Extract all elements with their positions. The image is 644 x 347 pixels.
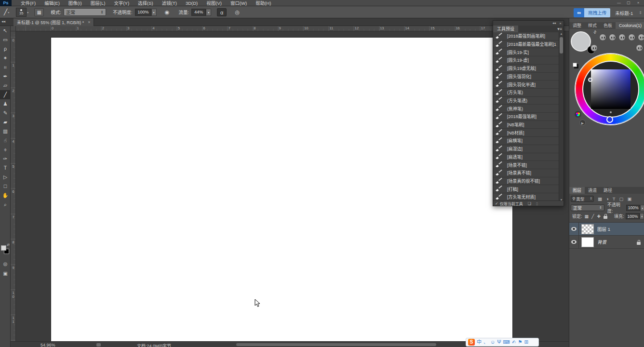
layer-row[interactable]: 背景: [569, 236, 644, 249]
opacity-dropdown-button[interactable]: ▾: [151, 9, 157, 16]
harmony-knob[interactable]: [636, 44, 643, 52]
menu-item[interactable]: 滤镜(T): [158, 0, 181, 6]
preset-item[interactable]: [场景真的很不错]: [493, 177, 560, 186]
toolbox-collapse-icon[interactable]: ◂◂: [1, 19, 5, 24]
eraser-tool[interactable]: ▰: [0, 118, 11, 127]
sogou-logo[interactable]: S: [468, 339, 475, 346]
delete-preset-icon[interactable]: ▯: [536, 201, 538, 206]
harmony-knob[interactable]: [628, 34, 635, 41]
lock-all-icon[interactable]: [604, 216, 607, 219]
zoom-level-value[interactable]: 54.96%: [40, 343, 55, 347]
airbrush-toggle-icon[interactable]: α: [217, 8, 227, 16]
window-control-button[interactable]: —: [614, 0, 624, 5]
preset-item[interactable]: [扁横笔]: [493, 137, 560, 145]
menu-item[interactable]: 编辑(E): [40, 0, 64, 6]
blend-mode-select[interactable]: 正常 ⇕: [64, 8, 106, 16]
chinese-mode-icon[interactable]: 中: [477, 338, 482, 346]
move-tool[interactable]: ↖: [0, 26, 11, 35]
hand-tool[interactable]: ✋: [0, 191, 11, 200]
marquee-tool[interactable]: ▭: [0, 35, 11, 44]
preset-item[interactable]: [圆头19-虚]: [493, 56, 560, 65]
punctuation-icon[interactable]: 、: [483, 338, 488, 346]
document-canvas[interactable]: [51, 37, 513, 347]
brush-preset-picker[interactable]: 35: [16, 8, 27, 17]
preset-item[interactable]: [场景不错]: [493, 161, 560, 169]
flow-dropdown-button[interactable]: ▾: [206, 9, 211, 16]
pen-tool[interactable]: ✑: [0, 154, 11, 163]
history-brush-tool[interactable]: ✎: [0, 108, 11, 118]
filter-type-select[interactable]: ⚲ 类型 ⇕: [571, 196, 594, 202]
preset-item[interactable]: [扁透笔]: [493, 153, 560, 161]
magic-wand-tool[interactable]: ✶: [0, 53, 11, 63]
menu-item[interactable]: 选择(S): [134, 0, 158, 6]
saturation-value-square[interactable]: [591, 69, 631, 109]
shape-tool[interactable]: □: [0, 182, 11, 191]
close-tab-icon[interactable]: ×: [88, 20, 90, 25]
scrollbar-thumb[interactable]: [560, 37, 563, 53]
screen-mode-button[interactable]: ▣: [0, 271, 11, 279]
default-colors-icon[interactable]: [573, 63, 577, 67]
layer-fill-input[interactable]: 100%: [626, 213, 640, 219]
foreground-color-swatch[interactable]: [1, 245, 6, 251]
menu-item[interactable]: 视图(V): [202, 0, 226, 6]
preset-item[interactable]: [圆头强羽化]: [493, 73, 560, 81]
type-filter-icon[interactable]: T: [613, 196, 616, 201]
preset-item[interactable]: [2018最强刻画笔刷]: [493, 32, 560, 40]
opacity-dropdown-button[interactable]: ▾: [640, 205, 644, 211]
keyboard-icon[interactable]: ⌨: [503, 338, 510, 346]
harmony-knob[interactable]: [638, 34, 644, 41]
gradient-tool[interactable]: ▥: [0, 127, 11, 136]
flow-input[interactable]: 44%: [191, 9, 206, 16]
layers-tab[interactable]: 通道: [585, 187, 600, 194]
collapse-panel-icon[interactable]: ◂◂: [552, 21, 556, 25]
menu-item[interactable]: 图层(L): [86, 0, 110, 6]
zcool-logo-icon[interactable]: ∞: [574, 8, 584, 17]
layers-tab[interactable]: 图层: [569, 187, 585, 194]
tablet-pressure-size-icon[interactable]: ◎: [232, 8, 242, 16]
preset-item[interactable]: [圆头19-实]: [493, 48, 560, 56]
lock-paint-icon[interactable]: ╱: [591, 214, 594, 219]
skin-icon[interactable]: ⚑: [518, 338, 522, 346]
lock-position-icon[interactable]: ✚: [597, 214, 601, 219]
swap-colors-icon[interactable]: ⇄: [592, 29, 598, 35]
healing-brush-tool[interactable]: ▱: [0, 81, 11, 90]
zoom-tool[interactable]: ⌕: [0, 200, 11, 209]
layer-visibility-toggle[interactable]: [569, 223, 579, 236]
preset-item[interactable]: [圆头19虚无敌]: [493, 65, 560, 73]
preset-item[interactable]: (焦神笔): [493, 105, 560, 113]
preset-item[interactable]: [场景真不错]: [493, 169, 560, 177]
harmony-knob[interactable]: [609, 34, 616, 41]
preset-item[interactable]: [2018最强笔刷]: [493, 113, 560, 121]
menu-item[interactable]: 图像(I): [64, 0, 86, 6]
crop-tool[interactable]: ⌗: [0, 63, 11, 72]
layers-tab[interactable]: 路径: [600, 187, 616, 194]
dodge-tool[interactable]: ⌽: [0, 145, 11, 154]
path-selection-tool[interactable]: ▷: [0, 173, 11, 182]
scroll-up-icon[interactable]: ▲: [559, 32, 564, 35]
preset-item[interactable]: [扁湿边]: [493, 145, 560, 153]
preset-item[interactable]: [NB材质]: [493, 129, 560, 137]
pixel-filter-icon[interactable]: ▦: [598, 196, 602, 201]
type-tool[interactable]: T: [0, 163, 11, 173]
eyedropper-tool[interactable]: ✒: [0, 72, 11, 81]
toggle-brush-panel-button[interactable]: ▦: [34, 8, 44, 16]
quick-mask-button[interactable]: ◎: [0, 261, 11, 269]
close-panel-icon[interactable]: ×: [559, 21, 562, 26]
preset-item[interactable]: [NB笔刷]: [493, 121, 560, 129]
emoji-icon[interactable]: ☺: [490, 338, 495, 346]
preset-item[interactable]: [圆头羽化半透]: [493, 80, 560, 89]
layer-thumbnail[interactable]: [581, 224, 594, 234]
lasso-tool[interactable]: ρ: [0, 44, 11, 53]
hue-marker[interactable]: [606, 116, 613, 123]
brush-tool[interactable]: ╱: [0, 90, 11, 99]
drag-upload-button[interactable]: 拖拽上传: [584, 8, 610, 17]
color-wheel[interactable]: [576, 54, 644, 124]
upload-caret-icon[interactable]: ⇕: [639, 11, 642, 15]
dock-tab[interactable]: 调整: [569, 22, 585, 29]
adjustment-filter-icon[interactable]: ◑: [606, 196, 609, 201]
layer-blend-mode-select[interactable]: 正常 ⇕: [571, 204, 604, 211]
clone-stamp-tool[interactable]: ♟: [0, 99, 11, 108]
preset-item[interactable]: [打稿]: [493, 185, 560, 193]
harmony-knob[interactable]: [590, 44, 598, 52]
layer-row[interactable]: 图层 1: [569, 223, 644, 236]
